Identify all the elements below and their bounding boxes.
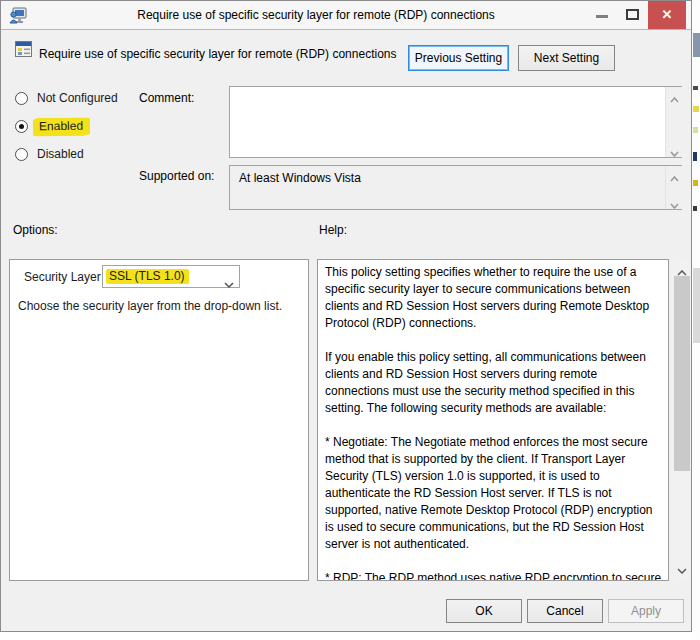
supported-on-label: Supported on: [139, 169, 214, 183]
help-paragraph: * Negotiate: The Negotiate method enforc… [325, 434, 664, 553]
policy-dialog: Require use of specific security layer f… [0, 0, 692, 632]
help-paragraph: If you enable this policy setting, all c… [325, 349, 664, 417]
scrollbar-thumb[interactable] [674, 276, 690, 471]
radio-disabled[interactable]: Disabled [15, 146, 86, 162]
minimize-button[interactable] [587, 1, 617, 29]
close-button[interactable]: ✕ [648, 1, 686, 29]
radio-not-configured[interactable]: Not Configured [15, 90, 120, 106]
app-icon [9, 7, 27, 25]
comment-label: Comment: [139, 91, 194, 105]
previous-setting-button[interactable]: Previous Setting [408, 45, 509, 71]
options-hint: Choose the security layer from the drop-… [18, 299, 282, 313]
scroll-down-icon[interactable] [666, 143, 682, 155]
security-layer-value: SSL (TLS 1.0) [106, 269, 189, 284]
supported-on-box: At least Windows Vista [229, 165, 682, 210]
help-paragraph: * RDP: The RDP method uses native RDP en… [325, 570, 664, 581]
scroll-down-icon[interactable] [666, 195, 682, 207]
radio-circle [15, 120, 28, 133]
ok-button[interactable]: OK [446, 599, 522, 623]
minimize-icon [596, 15, 608, 18]
maximize-icon [626, 9, 639, 20]
help-panel[interactable]: This policy setting specifies whether to… [317, 259, 669, 581]
security-layer-label: Security Layer [24, 270, 101, 284]
next-setting-button[interactable]: Next Setting [518, 45, 615, 71]
comment-scrollbar[interactable] [665, 87, 682, 157]
supported-on-value: At least Windows Vista [239, 171, 361, 185]
help-scrollbar[interactable] [673, 259, 691, 581]
close-icon: ✕ [662, 1, 673, 29]
title-bar: Require use of specific security layer f… [1, 1, 691, 30]
cancel-button[interactable]: Cancel [527, 599, 603, 623]
options-section-label: Options: [13, 223, 58, 237]
chevron-down-icon [224, 274, 234, 292]
radio-label: Disabled [35, 146, 86, 162]
apply-button[interactable]: Apply [608, 599, 684, 623]
policy-icon [15, 41, 32, 57]
background-window-sliver [692, 0, 700, 640]
help-paragraph: This policy setting specifies whether to… [325, 264, 664, 332]
help-section-label: Help: [319, 223, 347, 237]
comment-textarea[interactable] [229, 86, 682, 158]
window-title: Require use of specific security layer f… [41, 1, 591, 30]
options-panel: Security Layer SSL (TLS 1.0) Choose the … [9, 259, 309, 581]
radio-label: Enabled [35, 117, 88, 134]
radio-circle [15, 92, 28, 105]
supported-scrollbar[interactable] [665, 166, 682, 209]
scroll-down-icon[interactable] [673, 560, 691, 578]
scroll-up-icon[interactable] [666, 89, 682, 101]
maximize-button[interactable] [617, 1, 647, 29]
security-layer-dropdown[interactable]: SSL (TLS 1.0) [102, 265, 240, 288]
radio-enabled[interactable]: Enabled [15, 118, 88, 134]
radio-label: Not Configured [35, 90, 120, 106]
scroll-up-icon[interactable] [666, 168, 682, 180]
policy-title: Require use of specific security layer f… [39, 47, 396, 61]
radio-circle [15, 148, 28, 161]
